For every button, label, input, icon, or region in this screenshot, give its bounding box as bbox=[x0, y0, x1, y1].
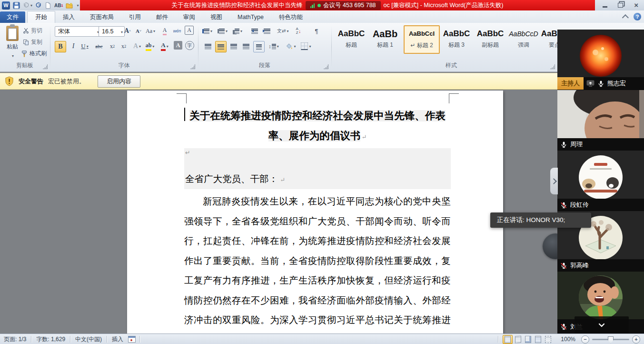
character-border-button[interactable]: A bbox=[185, 26, 194, 35]
sort-button[interactable]: AZ ↓ bbox=[293, 26, 304, 36]
style-item-heading2-selected[interactable]: AaBbCcI ↵ 标题 2 bbox=[404, 25, 440, 54]
full-screen-reading-view-button[interactable] bbox=[514, 335, 523, 344]
tab-insert[interactable]: 插入 bbox=[55, 11, 82, 23]
align-center-button[interactable] bbox=[215, 41, 227, 52]
new-document-icon[interactable] bbox=[45, 1, 51, 10]
font-color-button[interactable]: A bbox=[159, 41, 170, 51]
print-layout-view-button[interactable] bbox=[503, 335, 513, 344]
subscript-button[interactable]: x2 bbox=[107, 41, 118, 51]
change-case-button[interactable]: Aa bbox=[145, 26, 156, 36]
tab-mailings[interactable]: 邮件 bbox=[149, 11, 176, 23]
close-button[interactable]: × bbox=[628, 0, 644, 10]
zoom-in-button[interactable]: + bbox=[632, 335, 640, 344]
zoom-slider-thumb[interactable] bbox=[608, 336, 614, 344]
enclose-character-button[interactable]: 字 bbox=[185, 41, 194, 50]
clear-formatting-button[interactable]: A bbox=[159, 26, 170, 36]
italic-button[interactable]: I bbox=[68, 41, 79, 51]
font-dialog-launcher[interactable] bbox=[190, 64, 195, 69]
borders-button[interactable] bbox=[301, 41, 311, 51]
zoom-level[interactable]: 100% bbox=[560, 336, 576, 343]
undo-icon[interactable] bbox=[23, 1, 32, 10]
bullets-button[interactable] bbox=[203, 26, 213, 36]
tab-file[interactable]: 文件 bbox=[0, 11, 25, 23]
cut-button[interactable]: 剪切 bbox=[23, 27, 42, 35]
mic-icon[interactable] bbox=[560, 141, 567, 148]
tab-page-layout[interactable]: 页面布局 bbox=[82, 11, 121, 23]
mic-muted-icon[interactable] bbox=[560, 202, 567, 209]
restore-button[interactable] bbox=[613, 0, 628, 10]
styles-dialog-launcher[interactable] bbox=[550, 64, 555, 69]
clipboard-dialog-launcher[interactable] bbox=[43, 64, 48, 69]
help-icon[interactable]: ? bbox=[634, 13, 641, 20]
asian-layout-button[interactable]: 文⇄ bbox=[277, 26, 288, 36]
copy-button[interactable]: 复制 bbox=[23, 38, 42, 46]
participant-tile[interactable]: 周理 bbox=[557, 90, 644, 151]
paste-dropdown-arrow[interactable] bbox=[3, 51, 22, 59]
web-layout-view-button[interactable] bbox=[524, 335, 533, 344]
collapse-ribbon-icon[interactable] bbox=[624, 12, 629, 21]
mic-muted-icon[interactable] bbox=[560, 323, 567, 330]
paragraph-dialog-launcher[interactable] bbox=[324, 64, 328, 69]
tab-references[interactable]: 引用 bbox=[121, 11, 149, 23]
increase-indent-button[interactable] bbox=[262, 26, 272, 36]
tab-view[interactable]: 视图 bbox=[203, 11, 230, 23]
tab-mathtype[interactable]: MathType bbox=[230, 11, 271, 23]
insert-mode-indicator[interactable]: 插入 bbox=[111, 335, 124, 344]
panel-collapse-handle[interactable] bbox=[550, 168, 558, 194]
draft-view-button[interactable] bbox=[544, 335, 553, 344]
tab-review[interactable]: 审阅 bbox=[176, 11, 203, 23]
style-item-heading3[interactable]: AaBbC 标题 3 bbox=[441, 27, 472, 53]
word-logo-icon[interactable]: W bbox=[2, 1, 10, 10]
qat-more-icon[interactable] bbox=[76, 1, 79, 10]
enable-content-button[interactable]: 启用内容 bbox=[98, 75, 140, 88]
bold-button[interactable]: B bbox=[55, 41, 66, 52]
folder-star-icon[interactable] bbox=[66, 1, 73, 10]
multilevel-list-button[interactable] bbox=[233, 26, 244, 36]
language-indicator[interactable]: 中文(中国) bbox=[74, 335, 103, 344]
participant-tile[interactable]: 段虹伶 bbox=[557, 150, 644, 211]
page-indicator[interactable]: 页面: 1/3 bbox=[3, 335, 27, 344]
character-shading-button[interactable]: A bbox=[174, 41, 182, 50]
word-count[interactable]: 字数: 1,629 bbox=[35, 335, 66, 344]
zoom-out-button[interactable]: − bbox=[581, 335, 589, 344]
redo-icon[interactable] bbox=[35, 1, 42, 10]
strikethrough-button[interactable]: abc bbox=[94, 41, 104, 51]
decrease-indent-button[interactable] bbox=[249, 26, 260, 36]
document-page[interactable]: 关于在统筹推进疫情防控和经济社会发展中当先锋、作表率、展作为的倡议书 ↵ 全省广… bbox=[127, 91, 503, 334]
document-area[interactable]: 关于在统筹推进疫情防控和经济社会发展中当先锋、作表率、展作为的倡议书 ↵ 全省广… bbox=[0, 90, 644, 334]
document-title[interactable]: 关于在统筹推进疫情防控和经济社会发展中当先锋、作表率、展作为的倡议书 bbox=[184, 106, 451, 147]
footnote-ab-icon[interactable]: AB1 bbox=[54, 1, 63, 10]
style-item-heading1[interactable]: AaBb 标题 1 bbox=[368, 27, 402, 53]
save-icon[interactable] bbox=[13, 1, 20, 10]
align-right-button[interactable] bbox=[228, 41, 239, 51]
text-effects-button[interactable]: A bbox=[132, 41, 142, 51]
mic-icon[interactable] bbox=[597, 80, 604, 87]
grow-font-button[interactable]: A˄ bbox=[122, 26, 133, 36]
highlight-color-button[interactable]: ab bbox=[145, 41, 155, 51]
mic-muted-icon[interactable] bbox=[560, 262, 567, 269]
macro-record-icon[interactable] bbox=[128, 336, 136, 343]
meeting-pill[interactable]: 会议号 453 695 788 bbox=[306, 1, 381, 10]
style-item-title[interactable]: AaBbC 标题 bbox=[336, 27, 367, 53]
numbering-button[interactable] bbox=[218, 26, 228, 36]
font-size-select[interactable]: 16.5 bbox=[99, 26, 125, 37]
line-spacing-button[interactable]: ↕ bbox=[268, 41, 279, 51]
pinyin-guide-button[interactable]: wén bbox=[172, 26, 182, 36]
show-marks-button[interactable]: ¶ bbox=[311, 26, 322, 36]
align-left-button[interactable] bbox=[203, 41, 213, 51]
underline-button[interactable]: U bbox=[79, 41, 90, 51]
tab-home[interactable]: 开始 bbox=[27, 11, 55, 23]
style-item-emphasis[interactable]: AaBbCcD 强调 bbox=[508, 27, 539, 53]
zoom-slider[interactable] bbox=[592, 339, 629, 340]
distribute-button[interactable] bbox=[253, 41, 265, 52]
shading-button[interactable] bbox=[286, 41, 296, 51]
minimize-button[interactable] bbox=[597, 0, 613, 10]
participant-tile-host[interactable]: 主持人 熊志宏 bbox=[557, 30, 644, 90]
body-paragraph[interactable]: 新冠肺炎疫情发生以来，在以习近平同志为核心的党中央坚强领导下，全省各级党组织和广… bbox=[184, 192, 451, 334]
salutation-line[interactable]: 全省广大党员、干部： bbox=[185, 172, 285, 185]
shrink-font-button[interactable]: A˅ bbox=[133, 26, 144, 36]
paste-button[interactable]: 粘贴 bbox=[3, 26, 22, 65]
font-family-select[interactable]: 宋体 bbox=[55, 26, 101, 37]
style-item-subtitle[interactable]: AaBbC 副标题 bbox=[474, 27, 506, 53]
superscript-button[interactable]: x2 bbox=[119, 41, 129, 51]
